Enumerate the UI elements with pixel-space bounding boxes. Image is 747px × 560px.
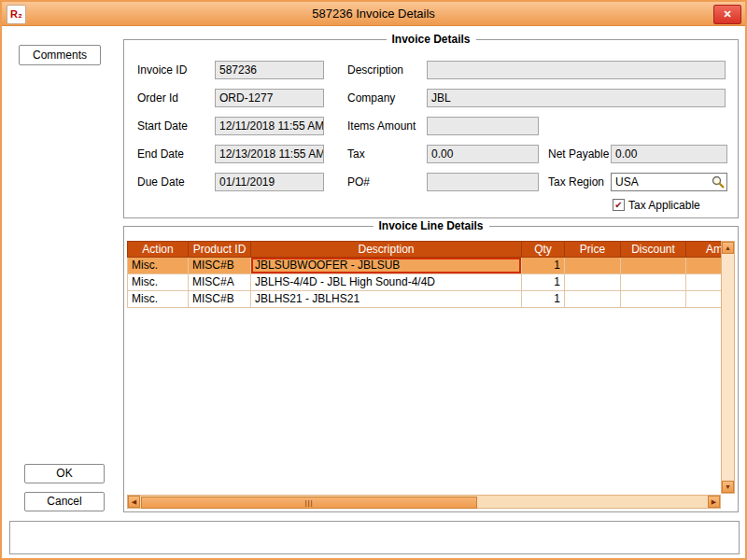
- company-field[interactable]: JBL: [427, 89, 726, 107]
- cell-amount[interactable]: [686, 274, 721, 291]
- cell-qty[interactable]: 1: [522, 258, 565, 274]
- cell-price[interactable]: [565, 274, 621, 291]
- cell-action[interactable]: Misc.: [127, 291, 189, 308]
- table-row[interactable]: Misc. MISC#B JBLSUBWOOFER - JBLSUB 1: [127, 258, 721, 274]
- tax-field[interactable]: 0.00: [427, 145, 539, 163]
- due-date-field[interactable]: 01/11/2019: [215, 173, 324, 191]
- table-row[interactable]: Misc. MISC#A JBLHS-4/4D - JBL High Sound…: [127, 274, 721, 291]
- net-payable-label: Net Payable: [548, 145, 609, 163]
- cell-description[interactable]: JBLHS-4/4D - JBL High Sound-4/4D: [251, 274, 522, 291]
- ok-button[interactable]: OK: [24, 464, 105, 483]
- scroll-down-icon[interactable]: ▼: [722, 481, 734, 493]
- items-amount-label: Items Amount: [347, 117, 416, 135]
- table-header-row: Action Product ID Description Qty Price …: [127, 241, 721, 258]
- description-field[interactable]: [427, 61, 726, 79]
- cell-action[interactable]: Misc.: [127, 258, 189, 274]
- column-header-action[interactable]: Action: [127, 241, 189, 258]
- start-date-label: Start Date: [137, 117, 188, 135]
- cell-discount[interactable]: [621, 274, 686, 291]
- tax-label: Tax: [347, 145, 365, 163]
- column-header-description[interactable]: Description: [251, 241, 522, 258]
- cell-amount[interactable]: [686, 258, 721, 274]
- cell-description[interactable]: JBLSUBWOOFER - JBLSUB: [251, 258, 522, 274]
- status-bar: [9, 521, 740, 554]
- comments-button[interactable]: Comments: [19, 45, 101, 65]
- invoice-id-field[interactable]: 587236: [215, 61, 324, 79]
- end-date-label: End Date: [137, 145, 184, 163]
- tax-region-field[interactable]: USA: [611, 173, 727, 191]
- title-bar: R₂ 587236 Invoice Details ✕: [2, 2, 745, 26]
- tax-applicable-label: Tax Applicable: [628, 196, 700, 215]
- description-label: Description: [347, 61, 403, 79]
- end-date-field[interactable]: 12/13/2018 11:55 AM: [215, 145, 324, 163]
- tax-applicable-checkbox[interactable]: [613, 199, 625, 211]
- cell-discount[interactable]: [621, 258, 686, 274]
- start-date-field[interactable]: 12/11/2018 11:55 AM: [215, 117, 324, 135]
- invoice-details-window: R₂ 587236 Invoice Details ✕ Comments OK …: [0, 0, 747, 560]
- invoice-details-group-title: Invoice Details: [386, 33, 475, 46]
- table-row[interactable]: Misc. MISC#B JBLHS21 - JBLHS21 1: [127, 291, 721, 308]
- net-payable-field[interactable]: 0.00: [611, 145, 727, 163]
- company-label: Company: [347, 89, 395, 107]
- cell-price[interactable]: [565, 291, 621, 308]
- cell-amount[interactable]: [686, 291, 721, 308]
- column-header-product-id[interactable]: Product ID: [189, 241, 251, 258]
- column-header-discount[interactable]: Discount: [621, 241, 686, 258]
- po-label: PO#: [347, 173, 370, 191]
- cell-price[interactable]: [565, 258, 621, 274]
- order-id-label: Order Id: [137, 89, 178, 107]
- scroll-left-icon[interactable]: ◀: [128, 496, 140, 508]
- cell-description[interactable]: JBLHS21 - JBLHS21: [251, 291, 522, 308]
- cell-product-id[interactable]: MISC#B: [189, 291, 251, 308]
- cell-qty[interactable]: 1: [522, 291, 565, 308]
- horizontal-scrollbar[interactable]: ◀ ||| ▶: [127, 495, 721, 509]
- search-icon[interactable]: [712, 175, 725, 189]
- invoice-id-label: Invoice ID: [137, 61, 187, 79]
- scroll-up-icon[interactable]: ▲: [722, 242, 734, 254]
- column-header-qty[interactable]: Qty: [522, 241, 565, 258]
- tax-region-value: USA: [615, 175, 639, 189]
- cancel-button[interactable]: Cancel: [24, 492, 105, 511]
- cell-product-id[interactable]: MISC#B: [189, 258, 251, 274]
- close-button[interactable]: ✕: [713, 5, 741, 24]
- column-header-price[interactable]: Price: [565, 241, 621, 258]
- window-title: 587236 Invoice Details: [2, 2, 745, 25]
- cell-product-id[interactable]: MISC#A: [189, 274, 251, 291]
- tax-region-label: Tax Region: [548, 173, 604, 191]
- cell-discount[interactable]: [621, 291, 686, 308]
- column-header-amount[interactable]: Am: [686, 241, 721, 258]
- cell-action[interactable]: Misc.: [127, 274, 189, 291]
- invoice-line-details-group-title: Invoice Line Details: [373, 219, 488, 232]
- line-items-table: Action Product ID Description Qty Price …: [127, 241, 721, 308]
- cell-qty[interactable]: 1: [522, 274, 565, 291]
- vertical-scrollbar[interactable]: ▲ ▼: [721, 241, 735, 494]
- items-amount-field[interactable]: [427, 117, 539, 135]
- due-date-label: Due Date: [137, 173, 185, 191]
- horizontal-scrollbar-thumb[interactable]: |||: [141, 497, 477, 509]
- order-id-field[interactable]: ORD-1277: [215, 89, 324, 107]
- po-field[interactable]: [427, 173, 539, 191]
- scroll-right-icon[interactable]: ▶: [708, 496, 720, 508]
